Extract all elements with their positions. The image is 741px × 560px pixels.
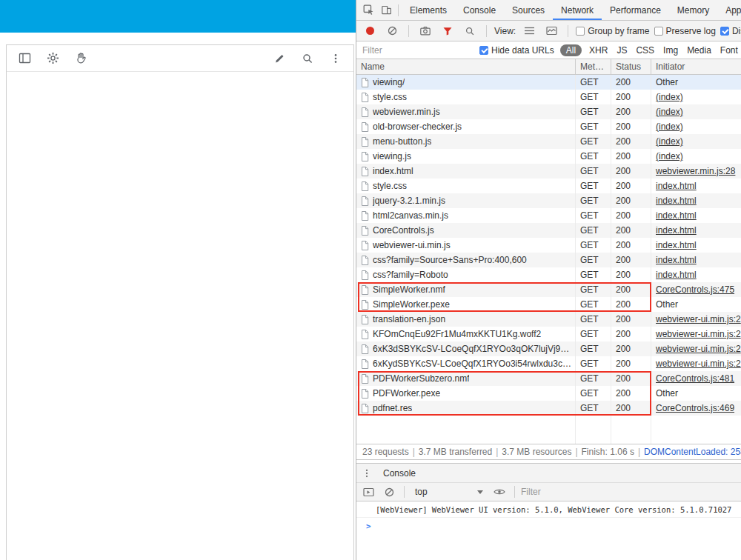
network-filter-input[interactable]: [362, 45, 473, 56]
table-row[interactable]: index.html GET 200 webviewer.min.js:28: [356, 164, 741, 179]
filter-type-media[interactable]: Media: [685, 44, 713, 56]
request-method: GET: [576, 134, 611, 149]
console-message: [WebViewer] WebViewer UI version: 5.1.0,…: [356, 501, 741, 518]
request-status: 200: [611, 371, 651, 386]
filter-type-css[interactable]: CSS: [634, 44, 656, 56]
initiator-link[interactable]: webviewer-ui.min.js:2: [656, 329, 741, 339]
settings-button[interactable]: [45, 51, 60, 66]
initiator-link[interactable]: index.html: [656, 210, 697, 221]
group-by-frame-checkbox[interactable]: Group by frame: [576, 26, 649, 36]
inspect-icon: [363, 4, 374, 16]
request-method: GET: [576, 90, 611, 104]
table-row[interactable]: html2canvas.min.js GET 200 index.html: [356, 208, 741, 223]
initiator-link[interactable]: CoreControls.js:481: [656, 373, 734, 384]
table-row[interactable]: 6xK3dSBYKcSV-LCoeQqfX1RYOo3qOK7lujVj9w.w…: [356, 341, 741, 356]
initiator-link[interactable]: CoreControls.js:469: [656, 403, 734, 413]
initiator-link[interactable]: index.html: [656, 255, 697, 265]
record-icon: [366, 27, 374, 35]
inspect-element-button[interactable]: [359, 0, 377, 20]
initiator-link[interactable]: index.html: [656, 181, 697, 191]
initiator-link[interactable]: (index): [656, 92, 683, 102]
tab-application[interactable]: Application: [717, 0, 741, 20]
table-row[interactable]: css?family=Source+Sans+Pro:400,600 GET 2…: [356, 253, 741, 267]
pan-tool-button[interactable]: [73, 51, 88, 66]
table-row[interactable]: CoreControls.js GET 200 index.html: [356, 223, 741, 238]
table-row[interactable]: translation-en.json GET 200 webviewer-ui…: [356, 312, 741, 327]
filter-toggle-button[interactable]: [439, 21, 456, 41]
request-method: GET: [576, 267, 611, 282]
document-canvas[interactable]: [7, 72, 353, 560]
initiator-link[interactable]: index.html: [656, 196, 697, 206]
capture-screenshots-button[interactable]: [416, 21, 434, 41]
annotate-pen-button[interactable]: [272, 51, 287, 66]
column-header-name[interactable]: Name: [356, 59, 576, 74]
initiator-link[interactable]: index.html: [656, 240, 697, 250]
table-row[interactable]: old-browser-checker.js GET 200 (index): [356, 119, 741, 134]
filter-type-img[interactable]: Img: [662, 44, 679, 56]
initiator-link[interactable]: webviewer-ui.min.js:2: [656, 344, 741, 354]
drawer-tab-console[interactable]: Console: [376, 464, 423, 482]
panel-toggle-button[interactable]: [17, 51, 32, 66]
filter-type-all[interactable]: All: [560, 44, 582, 56]
console-sidebar-toggle-button[interactable]: [359, 483, 377, 501]
table-row[interactable]: pdfnet.res GET 200 CoreControls.js:469: [356, 401, 741, 416]
camera-icon: [419, 25, 431, 36]
initiator-link[interactable]: webviewer-ui.min.js:2: [656, 359, 741, 369]
table-row[interactable]: viewing/ GET 200 Other: [356, 75, 741, 90]
table-row[interactable]: SimpleWorker.pexe GET 200 Other: [356, 297, 741, 312]
table-row[interactable]: 6xKydSBYKcSV-LCoeQqfX1RYOo3i54rwlxdu3cOW…: [356, 356, 741, 371]
table-row[interactable]: PDFWorker.pexe GET 200 Other: [356, 386, 741, 401]
table-body: viewing/ GET 200 Other style.css GET 200…: [356, 75, 741, 444]
execution-context-selector[interactable]: top: [411, 487, 488, 497]
table-row[interactable]: menu-button.js GET 200 (index): [356, 134, 741, 149]
table-row[interactable]: jquery-3.2.1.min.js GET 200 index.html: [356, 193, 741, 208]
column-header-method[interactable]: Met…: [576, 59, 611, 74]
console-prompt[interactable]: >: [366, 521, 371, 531]
table-row[interactable]: SimpleWorker.nmf GET 200 CoreControls.js…: [356, 282, 741, 297]
filter-type-js[interactable]: JS: [615, 44, 628, 56]
initiator-link[interactable]: webviewer.min.js:28: [656, 166, 735, 176]
tab-sources[interactable]: Sources: [504, 0, 553, 20]
overview-toggle-button[interactable]: [542, 21, 560, 41]
tab-network[interactable]: Network: [553, 0, 602, 20]
initiator-link[interactable]: (index): [656, 136, 683, 147]
record-button[interactable]: [361, 21, 379, 41]
table-row[interactable]: webviewer-ui.min.js GET 200 index.html: [356, 238, 741, 253]
initiator-link[interactable]: (index): [656, 107, 683, 117]
tab-elements[interactable]: Elements: [402, 0, 455, 20]
initiator-link[interactable]: CoreControls.js:475: [656, 284, 734, 295]
large-rows-toggle-button[interactable]: [520, 21, 538, 41]
viewer-search-button[interactable]: [300, 51, 315, 66]
initiator-link[interactable]: index.html: [656, 225, 697, 236]
initiator-link[interactable]: (index): [656, 151, 683, 161]
drawer-menu-button[interactable]: [358, 464, 376, 482]
live-expression-button[interactable]: [491, 483, 508, 501]
table-row[interactable]: style.css GET 200 (index): [356, 90, 741, 104]
tab-memory[interactable]: Memory: [669, 0, 717, 20]
table-row[interactable]: PDFWorkerSubzero.nmf GET 200 CoreControl…: [356, 371, 741, 386]
preserve-log-checkbox[interactable]: Preserve log: [654, 26, 716, 36]
table-row[interactable]: KFOmCnqEu92Fr1Mu4mxKKTU1Kg.woff2 GET 200…: [356, 327, 741, 341]
overflow-menu-button[interactable]: [328, 51, 343, 66]
tab-performance[interactable]: Performance: [602, 0, 669, 20]
initiator-link[interactable]: index.html: [656, 270, 697, 280]
filter-type-font[interactable]: Font: [719, 44, 740, 56]
clear-console-button[interactable]: [380, 483, 398, 501]
network-search-button[interactable]: [461, 21, 479, 41]
table-row[interactable]: webviewer.min.js GET 200 (index): [356, 104, 741, 119]
table-row[interactable]: style.css GET 200 index.html: [356, 179, 741, 193]
device-toolbar-button[interactable]: [377, 0, 395, 20]
clear-button[interactable]: [383, 21, 401, 41]
column-header-initiator[interactable]: Initiator: [651, 59, 741, 74]
filter-type-xhr[interactable]: XHR: [588, 44, 609, 56]
clear-icon: [384, 487, 395, 498]
tab-console[interactable]: Console: [455, 0, 504, 20]
initiator-link[interactable]: webviewer-ui.min.js:2: [656, 314, 741, 324]
column-header-status[interactable]: Status: [611, 59, 651, 74]
console-filter-input[interactable]: [521, 487, 610, 497]
table-row[interactable]: viewing.js GET 200 (index): [356, 149, 741, 164]
hide-data-urls-checkbox[interactable]: Hide data URLs: [479, 45, 554, 56]
table-row[interactable]: css?family=Roboto GET 200 index.html: [356, 267, 741, 282]
disable-cache-checkbox[interactable]: Disable cache: [720, 26, 741, 36]
initiator-link[interactable]: (index): [656, 121, 683, 132]
